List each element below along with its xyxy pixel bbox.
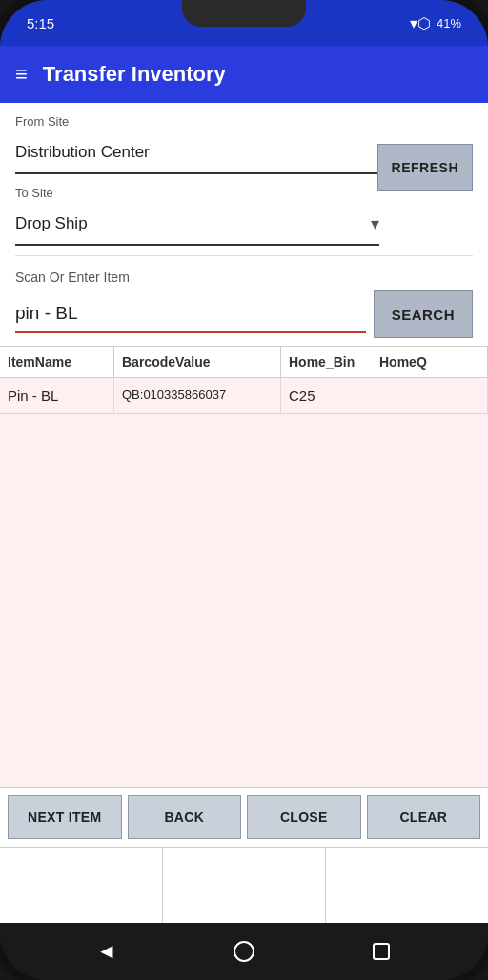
th-homeq: HomeQ <box>372 347 488 377</box>
table-container: ItemName BarcodeValue Home_Bin HomeQ Pin… <box>0 346 488 787</box>
scan-label: Scan Or Enter Item <box>0 266 488 290</box>
nav-square-button[interactable] <box>357 928 405 975</box>
nav-home-button[interactable] <box>220 928 268 975</box>
to-site-section: To Site Drop Ship ▾ <box>0 178 488 246</box>
nav-bar: ◄ <box>0 923 488 980</box>
footer-cell-1 <box>0 848 163 923</box>
footer-cell-3 <box>326 848 488 923</box>
footer-cell-2 <box>163 848 326 923</box>
clear-button[interactable]: CLEAR <box>367 795 481 839</box>
phone-frame: 5:15 ▾⬡ 41% ≡ Transfer Inventory From Si… <box>0 0 488 980</box>
td-homebin: C25 <box>281 378 372 413</box>
next-item-button[interactable]: NEXT ITEM <box>8 795 122 839</box>
scan-input[interactable] <box>15 295 366 333</box>
footer-grid <box>0 847 488 923</box>
search-row: SEARCH <box>0 290 488 338</box>
th-homebin: Home_Bin <box>281 347 372 377</box>
hamburger-icon[interactable]: ≡ <box>15 62 28 87</box>
table-body: Pin - BL QB:010335866037 C25 <box>0 378 488 787</box>
th-itemname: ItemName <box>0 347 114 377</box>
to-site-value: Drop Ship <box>15 214 88 233</box>
nav-back-button[interactable]: ◄ <box>83 928 131 975</box>
status-icons: ▾⬡ 41% <box>410 14 461 32</box>
app-header: ≡ Transfer Inventory <box>0 46 488 103</box>
app-title: Transfer Inventory <box>43 62 226 87</box>
from-site-section: From Site Distribution Center ▾ REFRESH <box>0 103 488 178</box>
td-homeq <box>372 378 488 413</box>
divider-1 <box>15 255 473 256</box>
back-button[interactable]: BACK <box>128 795 242 839</box>
bottom-buttons: NEXT ITEM BACK CLOSE CLEAR <box>0 787 488 847</box>
from-site-label: From Site <box>15 114 473 129</box>
square-icon <box>373 943 390 960</box>
th-barcode: BarcodeValue <box>114 347 281 377</box>
notch <box>182 0 306 27</box>
home-circle-icon <box>234 941 254 962</box>
to-site-arrow: ▾ <box>371 213 379 234</box>
from-site-value: Distribution Center <box>15 143 150 162</box>
table-header: ItemName BarcodeValue Home_Bin HomeQ <box>0 346 488 378</box>
back-arrow-icon: ◄ <box>96 939 117 964</box>
to-site-dropdown[interactable]: Drop Ship ▾ <box>15 204 379 246</box>
to-site-dropdown-container: Drop Ship ▾ <box>15 204 379 246</box>
close-button[interactable]: CLOSE <box>247 795 361 839</box>
table-row: Pin - BL QB:010335866037 C25 <box>0 378 488 414</box>
search-button[interactable]: SEARCH <box>374 290 473 338</box>
battery-icon: 41% <box>437 16 461 30</box>
status-time: 5:15 <box>27 15 54 31</box>
wifi-icon: ▾⬡ <box>410 14 431 32</box>
td-barcode: QB:010335866037 <box>114 378 281 413</box>
from-site-row: Distribution Center ▾ REFRESH <box>15 132 473 174</box>
td-itemname: Pin - BL <box>0 378 114 413</box>
to-site-row: Drop Ship ▾ <box>15 204 473 246</box>
screen-content: From Site Distribution Center ▾ REFRESH … <box>0 103 488 923</box>
to-site-label: To Site <box>15 186 473 200</box>
